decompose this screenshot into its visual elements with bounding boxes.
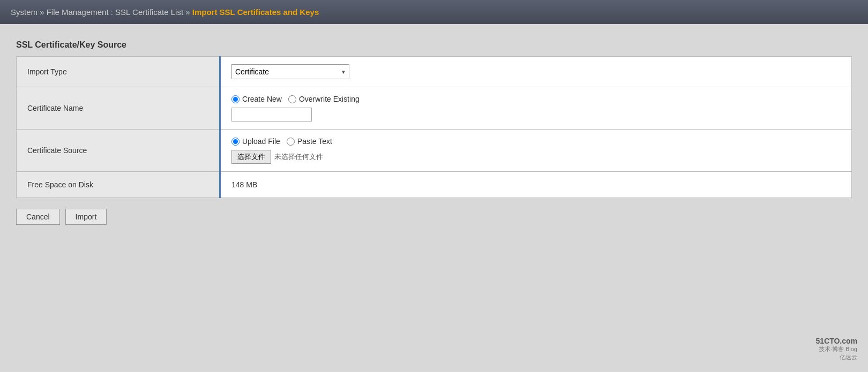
import-type-value: Certificate Key PKCS12 (220, 57, 852, 87)
no-file-selected-label: 未选择任何文件 (274, 152, 323, 162)
cert-name-radio-group: Create New Overwrite Existing (231, 95, 841, 103)
watermark-line1: 技术·博客 Blog (815, 345, 857, 353)
form-table: Import Type Certificate Key PKCS12 Certi… (16, 56, 852, 198)
cert-source-value: Upload File Paste Text 选择文件 未选择任何文件 (220, 130, 852, 172)
create-new-label[interactable]: Create New (231, 95, 282, 103)
create-new-text: Create New (242, 95, 282, 103)
import-type-row: Import Type Certificate Key PKCS12 (17, 57, 852, 87)
cert-name-value: Create New Overwrite Existing (220, 87, 852, 130)
watermark-site: 51CTO.com (815, 337, 857, 345)
free-space-value: 148 MB (220, 172, 852, 198)
cert-name-input-wrapper (231, 108, 841, 122)
import-type-select[interactable]: Certificate Key PKCS12 (231, 64, 349, 79)
upload-file-radio[interactable] (231, 138, 240, 146)
breadcrumb-highlight: Import SSL Certificates and Keys (192, 7, 319, 17)
cancel-button[interactable]: Cancel (16, 209, 60, 225)
overwrite-existing-radio[interactable] (288, 95, 296, 103)
import-button[interactable]: Import (65, 209, 107, 225)
create-new-radio[interactable] (231, 95, 240, 103)
section-heading: SSL Certificate/Key Source (16, 40, 852, 50)
paste-text-radio[interactable] (287, 138, 295, 146)
free-space-text: 148 MB (231, 180, 257, 189)
breadcrumb: System » File Management : SSL Certifica… (11, 7, 319, 17)
paste-text-text: Paste Text (297, 137, 332, 146)
free-space-label: Free Space on Disk (17, 172, 220, 198)
cert-name-input[interactable] (231, 108, 312, 122)
watermark: 51CTO.com 技术·博客 Blog 亿速云 (815, 337, 857, 361)
cert-source-row: Certificate Source Upload File Paste Tex… (17, 130, 852, 172)
cert-source-label: Certificate Source (17, 130, 220, 172)
overwrite-existing-text: Overwrite Existing (299, 95, 360, 103)
cert-name-label: Certificate Name (17, 87, 220, 130)
overwrite-existing-label[interactable]: Overwrite Existing (288, 95, 360, 103)
upload-row: 选择文件 未选择任何文件 (231, 150, 841, 164)
upload-file-label[interactable]: Upload File (231, 137, 280, 146)
action-buttons: Cancel Import (16, 209, 852, 225)
choose-file-button[interactable]: 选择文件 (231, 150, 271, 164)
cert-name-row: Certificate Name Create New Overwrite Ex… (17, 87, 852, 130)
import-type-label: Import Type (17, 57, 220, 87)
breadcrumb-bar: System » File Management : SSL Certifica… (0, 0, 868, 24)
free-space-row: Free Space on Disk 148 MB (17, 172, 852, 198)
import-type-select-wrapper[interactable]: Certificate Key PKCS12 (231, 64, 349, 79)
breadcrumb-prefix: System » File Management : SSL Certifica… (11, 7, 190, 17)
watermark-line2: 亿速云 (815, 353, 857, 361)
main-content: SSL Certificate/Key Source Import Type C… (0, 24, 868, 236)
cert-source-radio-group: Upload File Paste Text (231, 137, 841, 146)
paste-text-label[interactable]: Paste Text (287, 137, 332, 146)
upload-file-text: Upload File (242, 137, 280, 146)
